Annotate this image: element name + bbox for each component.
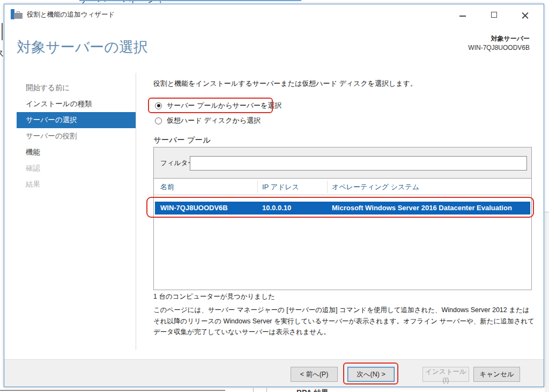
server-pool-table: 名前 IP アドレス オペレーティング システム WIN-7QJ8UOODV6B… xyxy=(153,179,532,290)
background-bottom-fragment: BPA 結果 xyxy=(0,388,549,392)
radio-select-virtual-hard-disk[interactable]: 仮想ハード ディスクから選択 xyxy=(155,115,261,127)
column-header-ip[interactable]: IP アドレス xyxy=(262,179,299,195)
cell-server-os: Microsoft Windows Server 2016 Datacenter… xyxy=(332,202,512,215)
radio-label: 仮想ハード ディスクから選択 xyxy=(167,116,261,125)
title-bar: 役割と機能の追加ウィザード xyxy=(4,4,544,25)
background-left-line xyxy=(2,23,3,40)
window-title: 役割と機能の追加ウィザード xyxy=(27,4,115,25)
nav-item-features[interactable]: 機能 xyxy=(17,144,136,160)
nav-item-installation-type[interactable]: インストールの種類 xyxy=(17,96,136,112)
cancel-button[interactable]: キャンセル xyxy=(473,367,520,382)
close-button[interactable] xyxy=(509,4,540,25)
maximize-icon xyxy=(491,12,497,18)
target-server-block: 対象サーバー WIN-7QJ8UOODV6B xyxy=(468,34,530,53)
column-separator xyxy=(257,181,258,193)
maximize-button[interactable] xyxy=(478,4,509,25)
minimize-button[interactable] xyxy=(447,4,478,25)
filter-input[interactable] xyxy=(190,156,527,171)
background-top-text-fragment: サーバー マネージャー xyxy=(79,0,301,4)
wizard-app-icon xyxy=(11,9,23,19)
nav-item-before-you-begin[interactable]: 開始する前に xyxy=(17,80,136,96)
install-button[interactable]: インストール(I) xyxy=(422,367,469,382)
intro-text: 役割と機能をインストールするサーバーまたは仮想ハード ディスクを選択します。 xyxy=(153,79,417,88)
nav-divider xyxy=(136,73,136,350)
background-right-fragment xyxy=(545,0,549,392)
add-roles-features-wizard-dialog: 役割と機能の追加ウィザード 対象サーバーの選択 対象サーバー WIN-7QJ8U… xyxy=(4,4,544,387)
background-left-fragment: ス xyxy=(0,21,4,129)
window-controls xyxy=(447,4,540,25)
nav-item-results[interactable]: 結果 xyxy=(17,176,136,193)
table-header-row: 名前 IP アドレス オペレーティング システム xyxy=(154,179,531,195)
background-bottom-grid-line xyxy=(266,388,267,392)
column-header-os[interactable]: オペレーティング システム xyxy=(332,179,419,195)
background-left-glyph: ス xyxy=(0,47,4,60)
table-row-server[interactable]: WIN-7QJ8UOODV6B 10.0.0.10 Microsoft Wind… xyxy=(155,202,530,215)
radio-button-icon xyxy=(155,102,162,109)
target-server-label: 対象サーバー xyxy=(468,34,530,43)
cell-server-name: WIN-7QJ8UOODV6B xyxy=(160,202,228,215)
next-button[interactable]: 次へ(N) > xyxy=(347,367,395,382)
minimize-icon xyxy=(459,16,466,17)
button-bar: < 前へ(P) 次へ(N) > インストール(I) キャンセル xyxy=(4,359,544,387)
column-header-name[interactable]: 名前 xyxy=(160,179,174,195)
background-bottom-grid-line xyxy=(253,388,254,392)
server-pool-title: サーバー プール xyxy=(153,135,211,145)
background-right-panel xyxy=(545,212,549,392)
background-bpa-text: BPA 結果 xyxy=(296,388,329,392)
back-button[interactable]: < 前へ(P) xyxy=(291,367,338,382)
background-bottom-line xyxy=(0,390,225,391)
cell-server-ip: 10.0.0.10 xyxy=(262,202,291,215)
nav-item-server-roles[interactable]: サーバーの役割 xyxy=(17,128,136,144)
page-description: このページには、サーバー マネージャーの [サーバーの追加] コマンドを使用して… xyxy=(153,305,536,338)
target-server-name: WIN-7QJ8UOODV6B xyxy=(468,43,530,53)
radio-select-from-server-pool[interactable]: サーバー プールからサーバーを選択 xyxy=(155,100,281,112)
radio-button-icon xyxy=(155,117,162,124)
radio-label: サーバー プールからサーバーを選択 xyxy=(167,101,281,110)
server-pool-filter-box: フィルター: xyxy=(153,147,532,179)
result-count-text: 1 台のコンピューターが見つかりました xyxy=(153,292,275,301)
nav-item-confirmation[interactable]: 確認 xyxy=(17,160,136,176)
nav-item-server-selection[interactable]: サーバーの選択 xyxy=(17,112,136,128)
page-title: 対象サーバーの選択 xyxy=(17,38,148,57)
screenshot-stage: サーバー マネージャー ス BPA 結果 役割と機能の追加ウィザード 対象サ xyxy=(0,0,549,392)
column-separator xyxy=(327,181,328,193)
